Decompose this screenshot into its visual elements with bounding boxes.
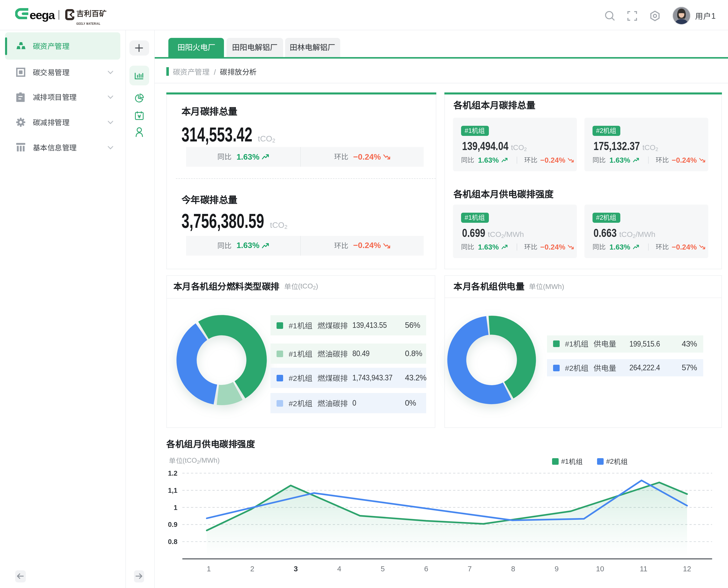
svg-text:1,1: 1,1 <box>168 487 178 494</box>
svg-text:0.8: 0.8 <box>168 538 178 546</box>
svg-text:10: 10 <box>596 565 604 573</box>
svg-text:0.9: 0.9 <box>168 521 178 528</box>
svg-text:11: 11 <box>640 565 647 573</box>
svg-text:1: 1 <box>174 504 178 511</box>
svg-text:6: 6 <box>424 565 428 573</box>
svg-text:2: 2 <box>250 565 254 573</box>
svg-text:12: 12 <box>683 565 691 573</box>
svg-text:1: 1 <box>207 565 211 573</box>
svg-text:4: 4 <box>337 565 341 573</box>
svg-text:9: 9 <box>554 565 559 573</box>
svg-text:5: 5 <box>381 565 385 573</box>
svg-text:7: 7 <box>468 565 472 573</box>
svg-text:1.2: 1.2 <box>168 469 178 477</box>
svg-text:8: 8 <box>511 565 515 573</box>
svg-text:3: 3 <box>294 565 298 573</box>
